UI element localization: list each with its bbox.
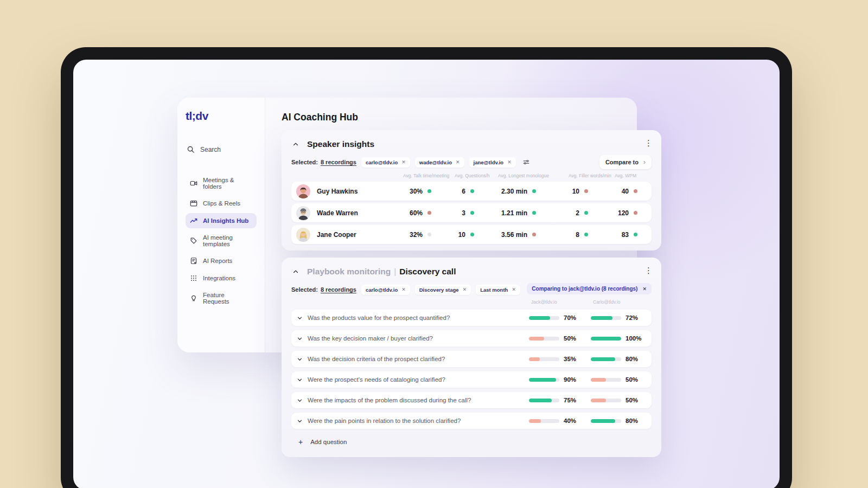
bar-cell-jack: 40% [529, 418, 591, 424]
speaker-row[interactable]: Jane Cooper 32% 10 3.56 min 8 83 [291, 225, 652, 244]
question-text: Were the pain points in relation to the … [308, 418, 529, 424]
collapse-chevron-up-icon[interactable] [291, 267, 300, 276]
speaker-insights-header: Speaker insights ⋮ [291, 138, 652, 151]
filter-settings-icon[interactable] [522, 158, 530, 166]
playbook-question-row[interactable]: Were the pain points in relation to the … [291, 413, 652, 429]
progress-track [591, 316, 621, 320]
bar-cell-jack: 35% [529, 356, 591, 362]
status-dot [532, 211, 536, 215]
column-header: Avg. Talk time/meeting [400, 173, 451, 178]
status-dot [584, 233, 588, 236]
speaker-row[interactable]: Wade Warren 60% 3 1.21 min 2 120 [291, 203, 652, 222]
search-input[interactable]: Search [186, 145, 257, 153]
lightbulb-icon [190, 294, 197, 302]
status-dot [470, 189, 474, 193]
chevron-down-icon[interactable] [291, 336, 308, 342]
progress-fill [529, 337, 544, 341]
laptop-screen: tl;dv Search Meetings & folders Clips & … [73, 60, 780, 488]
speaker-row[interactable]: Guy Hawkins 30% 6 2.30 min 10 40 [291, 182, 652, 201]
selected-count-link[interactable]: 8 recordings [321, 286, 356, 293]
selected-count-link[interactable]: 8 recordings [321, 159, 356, 165]
search-label: Search [200, 146, 221, 153]
column-header: Avg. Longest monologue [495, 173, 565, 178]
chevron-down-icon[interactable] [291, 397, 308, 403]
close-icon[interactable]: ✕ [463, 287, 467, 292]
progress-track [591, 357, 621, 361]
playbook-question-row[interactable]: Were the impacts of the problem discusse… [291, 392, 652, 408]
close-icon[interactable]: ✕ [512, 287, 516, 292]
playbook-question-row[interactable]: Was the decision criteria of the prospec… [291, 351, 652, 367]
progress-fill [591, 316, 612, 320]
percent-label: 50% [626, 397, 647, 403]
laptop-frame: tl;dv Search Meetings & folders Clips & … [61, 47, 792, 488]
speaker-filter-row: Selected: 8 recordings carlo@tldv.io ✕ w… [291, 156, 652, 168]
sidebar-item-clips-reels[interactable]: Clips & Reels [186, 196, 257, 211]
close-icon[interactable]: ✕ [456, 159, 460, 165]
selected-label: Selected: [291, 159, 318, 165]
status-dot [584, 211, 588, 215]
chevron-down-icon[interactable] [291, 418, 308, 424]
question-text: Was the products value for the prospect … [308, 314, 529, 321]
compare-to-button[interactable]: Compare to › [599, 155, 652, 169]
search-icon [187, 145, 195, 153]
speaker-name: Jane Cooper [317, 231, 356, 239]
sidebar-item-ai-insights-hub[interactable]: AI Insights Hub [186, 213, 257, 228]
sidebar-item-label: Integrations [203, 275, 235, 281]
sidebar-item-ai-reports[interactable]: AI Reports [186, 253, 257, 268]
percent-label: 50% [564, 335, 585, 342]
progress-fill [529, 357, 540, 361]
chevron-down-icon[interactable] [291, 315, 308, 321]
close-icon[interactable]: ✕ [401, 287, 406, 292]
progress-fill [591, 419, 615, 423]
sidebar-item-meetings-folders[interactable]: Meetings & folders [186, 173, 257, 194]
kebab-menu-icon[interactable]: ⋮ [644, 266, 653, 274]
status-dot [634, 233, 637, 236]
progress-fill [591, 399, 606, 402]
playbook-filter-row: Selected: 8 recordings carlo@tldv.io ✕ D… [291, 284, 652, 296]
filter-chip[interactable]: carlo@tldv.io ✕ [361, 285, 410, 295]
avatar [296, 228, 310, 242]
percent-label: 90% [564, 376, 585, 383]
speaker-name-cell: Guy Hawkins [291, 184, 400, 198]
sidebar-item-integrations[interactable]: Integrations [186, 271, 257, 286]
close-icon[interactable]: ✕ [401, 159, 406, 165]
percent-label: 70% [564, 314, 585, 321]
sidebar-nav: Meetings & folders Clips & Reels AI Insi… [186, 173, 257, 309]
column-header: Jack@tldv.io [529, 299, 591, 305]
kebab-menu-icon[interactable]: ⋮ [644, 139, 653, 147]
speaker-name-cell: Jane Cooper [291, 228, 400, 242]
panel-title: Discovery call [399, 267, 456, 276]
sidebar-item-label: Feature Requests [203, 292, 252, 305]
bar-cell-carlo: 50% [591, 397, 652, 403]
chevron-down-icon[interactable] [291, 377, 308, 383]
close-icon[interactable]: ✕ [642, 286, 647, 292]
clapperboard-icon [190, 200, 197, 207]
percent-label: 50% [626, 376, 647, 383]
filter-chip[interactable]: Discovery stage ✕ [415, 285, 471, 295]
playbook-question-row[interactable]: Was the key decision maker / buyer clari… [291, 330, 652, 346]
sidebar-item-ai-meeting-templates[interactable]: AI meeting templates [186, 230, 257, 251]
comparing-to-chip[interactable]: Comparing to jack@tldv.io (8 recordings)… [527, 283, 652, 294]
panel-title-muted: Playbook monitoring [307, 267, 391, 276]
playbook-question-row[interactable]: Were the prospect's needs of cataloging … [291, 371, 652, 388]
close-icon[interactable]: ✕ [507, 159, 512, 165]
progress-fill [529, 378, 556, 382]
filter-chip[interactable]: wade@tldv.io ✕ [415, 157, 464, 168]
status-dot [427, 189, 431, 193]
progress-track [529, 357, 559, 361]
chevron-down-icon[interactable] [291, 356, 308, 362]
filter-chip[interactable]: jane@tldv.io ✕ [469, 157, 516, 168]
filter-chip[interactable]: Last month ✕ [476, 285, 520, 295]
progress-fill [529, 399, 552, 402]
add-question-button[interactable]: + Add question [291, 434, 652, 450]
sidebar-item-feature-requests[interactable]: Feature Requests [186, 288, 257, 309]
progress-fill [591, 337, 621, 341]
playbook-question-row[interactable]: Was the products value for the prospect … [291, 310, 652, 326]
grid-dots-icon [190, 274, 197, 282]
filter-chip[interactable]: carlo@tldv.io ✕ [361, 157, 410, 168]
percent-label: 80% [626, 356, 647, 362]
speaker-insights-panel: Speaker insights ⋮ Selected: 8 recording… [282, 130, 661, 251]
sidebar-item-label: AI Insights Hub [203, 217, 248, 224]
collapse-chevron-up-icon[interactable] [291, 140, 300, 149]
percent-label: 80% [626, 418, 647, 424]
